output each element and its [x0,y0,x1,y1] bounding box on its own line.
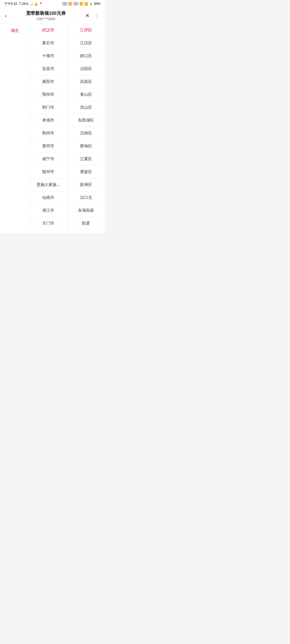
battery-percent: 94% [94,2,100,6]
network-speed: 7.2K/s [19,2,28,6]
district-item-8[interactable]: 汉南区 [67,127,105,140]
status-right: HD 📶 HD 📶 🛜 🔋 94% [62,2,100,6]
city-column[interactable]: 武汉市黄石市十堰市宜昌市襄阳市鄂州市荆门市孝感市荆州市黄冈市咸宁市随州市恩施土家… [30,24,67,233]
city-item-10[interactable]: 咸宁市 [30,153,67,166]
district-column[interactable]: 江岸区江汉区硚口区汉阳区武昌区青山区洪山区东西湖区汉南区蔡甸区江夏区黄陂区新洲区… [67,24,105,233]
city-item-8[interactable]: 荆州市 [30,127,67,140]
city-item-1[interactable]: 黄石市 [30,37,67,50]
district-item-10[interactable]: 江夏区 [67,153,105,166]
city-item-15[interactable]: 天门市 [30,217,67,230]
city-item-5[interactable]: 鄂州市 [30,88,67,101]
city-item-12[interactable]: 恩施土家族... [30,178,67,191]
phone-number: 158****0690 [7,17,85,21]
time: 下午5:10 [4,2,17,6]
city-item-9[interactable]: 黄冈市 [30,140,67,153]
city-item-14[interactable]: 潜江市 [30,204,67,217]
province-column[interactable]: 湖北 [0,24,30,233]
app-header: ‹ 宽带新装领100元券 158****0690 ✕ ⋮ [0,8,105,24]
header-actions: ✕ ⋮ [85,12,100,19]
back-button[interactable]: ‹ [4,12,7,19]
moon-icon: 🌙 [29,2,33,6]
district-item-11[interactable]: 黄陂区 [67,166,105,178]
location-picker: 湖北 武汉市黄石市十堰市宜昌市襄阳市鄂州市荆门市孝感市荆州市黄冈市咸宁市随州市恩… [0,24,105,233]
city-item-3[interactable]: 宜昌市 [30,63,67,75]
status-left: 下午5:10 7.2K/s 🌙 🔔 📍 [4,2,43,6]
hd-badge2: HD [73,2,78,5]
district-item-13[interactable]: 汉口北 [67,191,105,204]
location-icon: 📍 [39,2,43,6]
district-item-16[interactable]: 开发区 [67,230,105,233]
city-item-0[interactable]: 武汉市 [30,24,67,37]
page-title: 宽带新装领100元券 [7,10,85,16]
province-item-hubei[interactable]: 湖北 [0,24,29,38]
close-button[interactable]: ✕ [85,12,90,19]
city-item-11[interactable]: 随州市 [30,166,67,178]
district-item-7[interactable]: 东西湖区 [67,114,105,127]
district-item-15[interactable]: 阳逻 [67,217,105,230]
signal-icon: 📶 [68,2,72,6]
city-item-2[interactable]: 十堰市 [30,50,67,63]
district-item-3[interactable]: 汉阳区 [67,63,105,75]
battery-icon: 🔋 [89,2,93,6]
wifi-icon: 🛜 [84,2,88,6]
hd-badge: HD [62,2,67,5]
signal-icon2: 📶 [79,2,83,6]
city-item-13[interactable]: 仙桃市 [30,191,67,204]
header-center: 宽带新装领100元券 158****0690 [7,10,85,21]
district-item-14[interactable]: 东湖高新 [67,204,105,217]
city-item-7[interactable]: 孝感市 [30,114,67,127]
status-bar: 下午5:10 7.2K/s 🌙 🔔 📍 HD 📶 HD 📶 🛜 🔋 94% [0,0,105,8]
district-item-2[interactable]: 硚口区 [67,50,105,63]
city-item-4[interactable]: 襄阳市 [30,75,67,88]
district-item-12[interactable]: 新洲区 [67,178,105,191]
district-item-6[interactable]: 洪山区 [67,101,105,114]
district-item-5[interactable]: 青山区 [67,88,105,101]
more-button[interactable]: ⋮ [94,12,100,19]
city-item-6[interactable]: 荆门市 [30,101,67,114]
district-item-1[interactable]: 江汉区 [67,37,105,50]
district-item-4[interactable]: 武昌区 [67,75,105,88]
district-item-9[interactable]: 蔡甸区 [67,140,105,153]
district-item-0[interactable]: 江岸区 [67,24,105,37]
no-disturb-icon: 🔔 [34,2,38,6]
